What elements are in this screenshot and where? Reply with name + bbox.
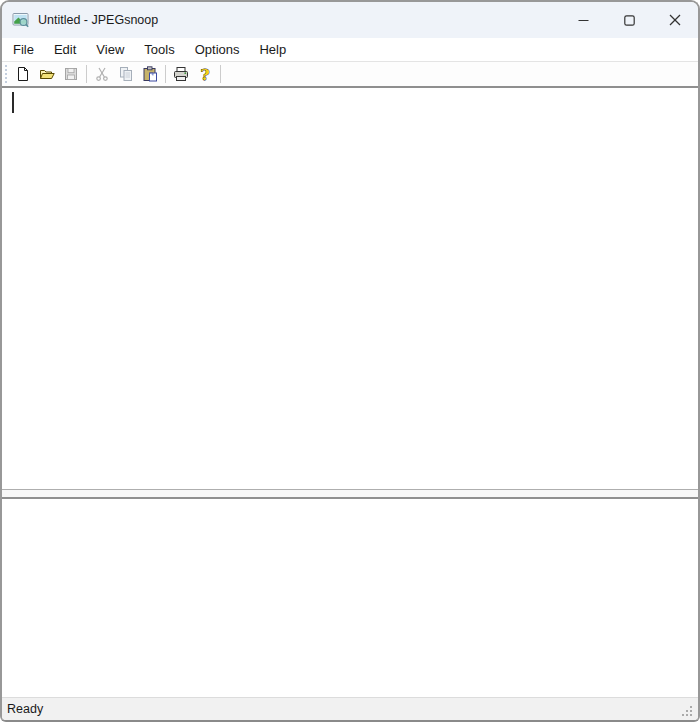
print-button[interactable]: [169, 63, 193, 85]
copy-button[interactable]: [114, 63, 138, 85]
cut-icon: [94, 66, 110, 82]
toolbar-separator: [220, 65, 221, 83]
main-text-pane[interactable]: [2, 88, 698, 489]
minimize-button[interactable]: [560, 2, 606, 38]
new-document-icon: [15, 66, 31, 82]
toolbar-separator: [165, 65, 166, 83]
close-button[interactable]: [652, 2, 698, 38]
minimize-icon: [578, 15, 589, 26]
menu-edit[interactable]: Edit: [44, 38, 86, 61]
statusbar: Ready: [2, 697, 698, 720]
close-icon: [669, 14, 681, 26]
paste-icon: [142, 66, 158, 82]
maximize-button[interactable]: [606, 2, 652, 38]
app-window: Untitled - JPEGsnoop File Edit: [0, 0, 700, 722]
about-button[interactable]: ?: [193, 63, 217, 85]
save-icon: [63, 66, 79, 82]
print-icon: [173, 66, 189, 82]
maximize-icon: [624, 15, 635, 26]
svg-text:?: ?: [200, 66, 209, 82]
copy-icon: [118, 66, 134, 82]
menubar: File Edit View Tools Options Help: [2, 38, 698, 61]
pane-splitter[interactable]: [2, 489, 698, 499]
toolbar-separator: [86, 65, 87, 83]
toolbar: ?: [2, 61, 698, 88]
paste-button[interactable]: [138, 63, 162, 85]
window-title: Untitled - JPEGsnoop: [38, 13, 158, 27]
menu-view[interactable]: View: [86, 38, 134, 61]
status-text: Ready: [7, 702, 43, 716]
save-button[interactable]: [59, 63, 83, 85]
menu-file[interactable]: File: [3, 38, 44, 61]
jpegsnoop-app-icon[interactable]: [12, 11, 30, 29]
new-button[interactable]: [11, 63, 35, 85]
window-controls: [560, 2, 698, 38]
about-help-icon: ?: [197, 66, 213, 82]
text-caret: [12, 92, 14, 113]
detail-pane[interactable]: [2, 499, 698, 697]
menu-options[interactable]: Options: [185, 38, 250, 61]
titlebar: Untitled - JPEGsnoop: [2, 2, 698, 38]
open-button[interactable]: [35, 63, 59, 85]
menu-tools[interactable]: Tools: [134, 38, 184, 61]
open-folder-icon: [39, 66, 55, 82]
menu-help[interactable]: Help: [249, 38, 296, 61]
toolbar-gripper[interactable]: [5, 65, 7, 83]
resize-grip-icon[interactable]: [690, 714, 692, 716]
cut-button[interactable]: [90, 63, 114, 85]
